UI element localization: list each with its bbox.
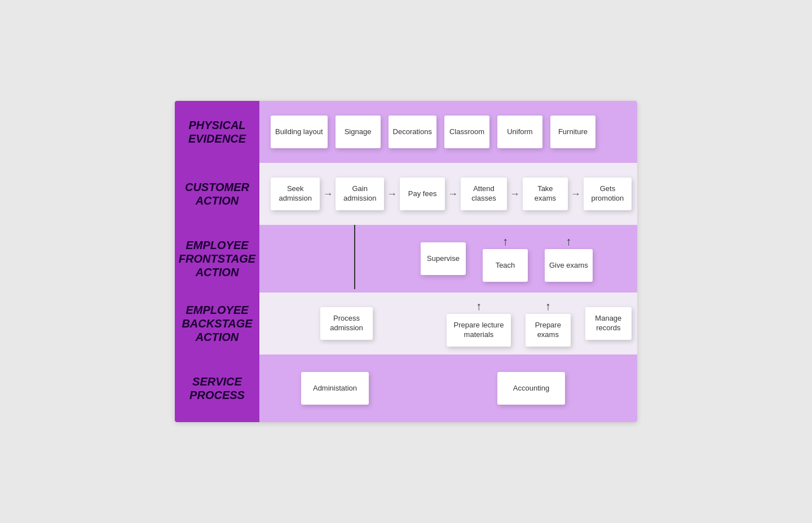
service-blueprint-diagram: PHYSICAL EVIDENCE Building layout Signag… [175,101,637,422]
card-prepare-lecture: Prepare lecture materials [447,314,511,347]
label-employee-backstage: EMPLOYEE BACKSTAGE ACTION [175,292,259,354]
arrow-2: → [384,188,400,200]
arrow-4: → [507,188,523,200]
label-employee-frontstage: EMPLOYEE FRONTSTAGE ACTION [175,225,259,292]
row-employee-frontstage: EMPLOYEE FRONTSTAGE ACTION Supervise ↑ T… [175,225,637,292]
card-building-layout: Building layout [271,116,328,148]
row-employee-backstage: EMPLOYEE BACKSTAGE ACTION Process admiss… [175,292,637,354]
card-manage-records: Manage records [585,307,632,340]
card-accounting: Accounting [497,372,565,405]
content-service-process: Administation Accounting [259,354,637,422]
card-prepare-exams: Prepare exams [526,314,571,347]
card-supervise: Supervise [421,242,466,275]
content-employee-frontstage: Supervise ↑ Teach ↑ Give exams [259,225,637,292]
card-take-exams: Take exams [523,178,568,210]
row-service-process: SERVICE PROCESS Administation Accounting [175,354,637,422]
card-administation: Administation [301,372,369,405]
card-decorations: Decorations [389,116,436,148]
card-attend-classes: Attend classes [461,178,507,210]
label-customer-action: CUSTOMER ACTION [175,163,259,225]
arrow-5: → [568,188,584,200]
label-physical-evidence: PHYSICAL EVIDENCE [175,101,259,163]
card-gets-promotion: Gets promotion [584,178,632,210]
card-seek-admission: Seek admission [271,178,320,210]
arrow-1: → [320,188,336,200]
card-classroom: Classroom [444,116,489,148]
card-gain-admission: Gain admission [336,178,384,210]
card-process-admission: Process admission [320,307,373,340]
content-physical-evidence: Building layout Signage Decorations Clas… [259,101,637,163]
arrow-3: → [445,188,461,200]
label-service-process: SERVICE PROCESS [175,354,259,422]
card-uniform: Uniform [497,116,542,148]
card-signage: Signage [336,116,381,148]
content-customer-action: Seek admission → Gain admission → Pay fe… [259,163,637,225]
card-give-exams: Give exams [545,249,593,282]
card-teach: Teach [483,249,528,282]
content-employee-backstage: Process admission ↑ Prepare lecture mate… [259,292,637,354]
card-pay-fees: Pay fees [400,178,445,210]
card-furniture: Furniture [550,116,595,148]
row-customer-action: CUSTOMER ACTION Seek admission → Gain ad… [175,163,637,225]
row-physical-evidence: PHYSICAL EVIDENCE Building layout Signag… [175,101,637,163]
